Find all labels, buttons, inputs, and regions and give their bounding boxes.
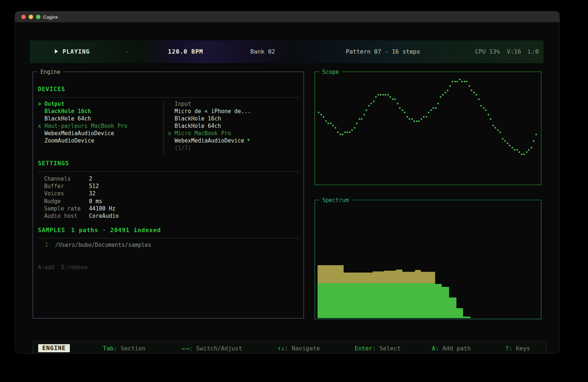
scope-sample-dot xyxy=(356,123,358,124)
device-item[interactable]: xMicro MacBook Pro xyxy=(168,130,299,137)
swing-indicator: - xyxy=(125,48,129,55)
device-item[interactable]: (1/7) xyxy=(168,145,299,152)
scope-sample-dot xyxy=(411,118,413,120)
path-index: 1 xyxy=(45,242,55,248)
bank-display[interactable]: Bank 02 xyxy=(250,48,275,55)
scope-sample-dot xyxy=(320,114,322,115)
scope-sample-dot xyxy=(409,118,410,120)
scope-sample-dot xyxy=(526,151,527,153)
device-label: (1/7) xyxy=(175,145,191,152)
window-title: Cagire xyxy=(43,14,58,20)
scope-sample-dot xyxy=(428,112,429,113)
titlebar[interactable]: Cagire xyxy=(15,11,559,22)
scope-sample-dot xyxy=(342,134,343,135)
scope-sample-dot xyxy=(433,107,434,109)
spectrum-panel: Spectrum xyxy=(315,200,541,319)
scope-sample-dot xyxy=(452,81,453,82)
hint-label: Navigate xyxy=(292,345,320,352)
scope-waveform xyxy=(315,72,541,185)
setting-label: Buffer xyxy=(44,183,89,190)
setting-value: 0 ms xyxy=(89,198,102,205)
scope-sample-dot xyxy=(478,98,480,100)
device-item[interactable]: WebexMediaAudioDevice xyxy=(38,130,159,137)
setting-row[interactable]: Sample rate44100 Hz xyxy=(38,205,295,213)
scope-sample-dot xyxy=(516,149,518,151)
hint-key: ←→ xyxy=(182,345,189,352)
scope-sample-dot xyxy=(366,109,367,111)
spectrum-level-bar xyxy=(435,284,442,318)
scope-sample-dot xyxy=(507,143,508,144)
device-marker xyxy=(38,137,44,145)
scope-sample-dot xyxy=(332,125,334,126)
transport-status[interactable]: PLAYING xyxy=(55,48,90,55)
spectrum-level-bar xyxy=(344,283,373,318)
hint-separator: : xyxy=(189,345,196,352)
spectrum-analyzer xyxy=(318,200,539,318)
cpu-voices-stats: CPU 13% V:16 L:0 xyxy=(475,48,539,55)
scope-sample-dot xyxy=(344,131,346,133)
scope-sample-dot xyxy=(394,98,396,100)
spectrum-level-bar xyxy=(456,308,463,318)
spectrum-level-bar xyxy=(415,283,421,318)
scope-sample-dot xyxy=(413,120,415,122)
scope-sample-dot xyxy=(435,107,437,109)
key-hint-section: Tab: Section xyxy=(103,345,146,352)
scope-sample-dot xyxy=(476,94,477,96)
status-bar: ENGINE Tab: Section←→: Switch/Adjust↑↓: … xyxy=(33,341,546,354)
output-device-list: >OutputBlackHole 16chBlackHole 64chxHaut… xyxy=(38,101,159,145)
close-window-button[interactable] xyxy=(21,15,26,19)
scope-sample-dot xyxy=(483,107,484,109)
sample-path-row[interactable]: 1/Users/bubo/Documents/samples xyxy=(38,242,295,249)
scope-sample-dot xyxy=(426,116,427,118)
device-label: Micro MacBook Pro xyxy=(175,130,231,137)
terminal-content: PLAYING - 120.0 BPM Bank 02 Pattern 07 -… xyxy=(15,23,559,353)
scope-sample-dot xyxy=(335,127,336,129)
bpm-display[interactable]: 120.0 BPM xyxy=(168,48,203,55)
device-item[interactable]: BlackHole 64ch xyxy=(168,123,299,130)
scope-sample-dot xyxy=(423,116,424,118)
device-item[interactable]: xHaut-parleurs MacBook Pro xyxy=(38,123,159,130)
device-item[interactable]: Micro de « iPhone de... xyxy=(168,108,299,115)
devices-heading: DEVICES xyxy=(38,86,65,93)
spectrum-level-bar xyxy=(442,287,449,318)
zoom-window-button[interactable] xyxy=(36,15,40,19)
scope-sample-dot xyxy=(440,96,441,98)
setting-row[interactable]: Audio hostCoreAudio xyxy=(38,213,295,220)
device-item[interactable]: Input xyxy=(168,101,299,108)
setting-row[interactable]: Channels2 xyxy=(38,176,295,183)
app-window: Cagire PLAYING - 120.0 BPM Bank 02 Patte… xyxy=(15,11,560,354)
scope-sample-dot xyxy=(502,138,503,140)
setting-label: Sample rate xyxy=(44,205,89,212)
scope-sample-dot xyxy=(533,140,534,142)
scope-sample-dot xyxy=(495,127,496,129)
divider xyxy=(37,172,299,172)
scope-sample-dot xyxy=(361,118,362,120)
device-marker: > xyxy=(38,101,44,108)
minimize-window-button[interactable] xyxy=(29,15,33,19)
pattern-display[interactable]: Pattern 07 - 16 steps xyxy=(346,48,420,55)
scope-sample-dot xyxy=(469,85,470,87)
spectrum-level-bar xyxy=(463,317,470,318)
scope-panel: Scope xyxy=(315,72,541,185)
setting-row[interactable]: Buffer512 xyxy=(38,183,295,190)
device-label: BlackHole 16ch xyxy=(175,115,221,123)
device-label: WebexMediaAudioDevice xyxy=(175,137,244,145)
hint-separator: : xyxy=(435,345,442,352)
setting-value: 512 xyxy=(89,183,99,190)
device-item[interactable]: BlackHole 64ch xyxy=(38,115,159,123)
device-item[interactable]: ZoomAudioDevice xyxy=(38,137,159,145)
scope-sample-dot xyxy=(473,92,475,93)
samples-keys-hint: A:add D:remove xyxy=(38,264,87,271)
device-item[interactable]: BlackHole 16ch xyxy=(168,115,299,123)
scope-sample-dot xyxy=(327,123,329,124)
device-item[interactable]: >Output xyxy=(38,101,159,108)
scope-sample-dot xyxy=(359,118,360,120)
setting-row[interactable]: Voices32 xyxy=(38,190,295,198)
device-item[interactable]: BlackHole 16ch xyxy=(38,108,159,115)
scope-sample-dot xyxy=(459,79,460,80)
device-item[interactable]: WebexMediaAudioDevice▼ xyxy=(168,137,299,145)
scope-sample-dot xyxy=(430,109,432,111)
scope-sample-dot xyxy=(466,81,467,82)
setting-row[interactable]: Nudge0 ms xyxy=(38,198,295,205)
device-label: Micro de « iPhone de... xyxy=(175,108,251,115)
